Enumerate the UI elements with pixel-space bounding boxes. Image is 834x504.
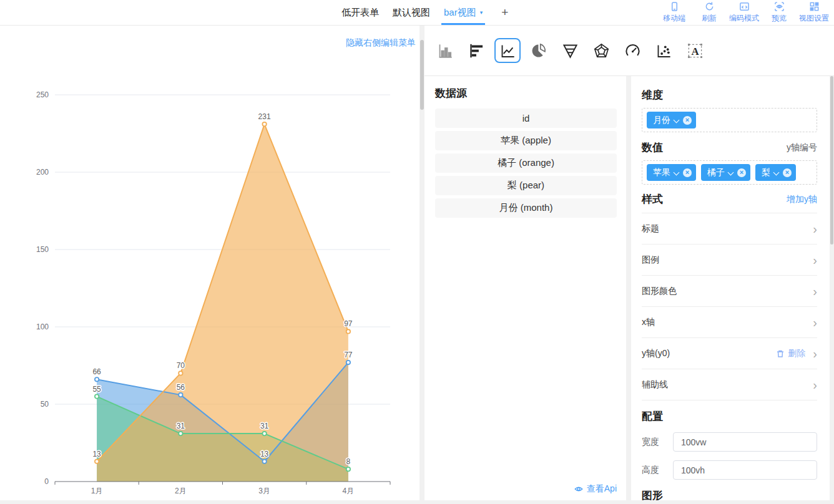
width-row: 宽度 <box>642 432 817 452</box>
chevron-right-icon: › <box>813 316 817 329</box>
gauge-chart-icon <box>624 42 641 59</box>
caret-down-icon[interactable] <box>774 169 779 174</box>
add-view-button[interactable]: + <box>501 0 508 25</box>
svg-text:31: 31 <box>177 422 185 430</box>
chart-preview-panel: 隐藏右侧编辑菜单 0501001502002501月2月3月4月66561377… <box>0 26 419 503</box>
preview-icon <box>774 1 785 12</box>
data-source-title: 数据源 <box>435 86 617 100</box>
svg-text:77: 77 <box>344 351 353 359</box>
chart-type-gauge[interactable] <box>619 38 645 63</box>
config-panel: 维度 月份 × 数值 y轴编号 苹果 × <box>631 76 830 503</box>
svg-text:0: 0 <box>44 477 49 486</box>
chevron-right-icon: › <box>813 285 817 298</box>
style-title: 样式 <box>642 192 663 206</box>
view-settings-button[interactable]: 视图设置 <box>797 1 832 24</box>
svg-text:A: A <box>691 45 699 57</box>
chart-type-pie[interactable] <box>526 38 552 63</box>
field-item-month[interactable]: 月份 (month) <box>435 198 617 218</box>
chevron-right-icon: › <box>813 347 817 360</box>
editor-panels: 数据源 id 苹果 (apple) 橘子 (orange) 梨 (pear) 月… <box>424 76 834 503</box>
style-row-title[interactable]: 标题 › <box>642 213 817 245</box>
dimension-dropzone[interactable]: 月份 × <box>642 108 817 132</box>
horizontal-scrollbar[interactable] <box>0 500 834 504</box>
tab-label: 默认视图 <box>393 7 430 19</box>
value-tag-orange[interactable]: 橘子 × <box>701 164 750 181</box>
field-item-pear[interactable]: 梨 (pear) <box>435 176 617 195</box>
chart-type-horizontal-bar[interactable] <box>463 38 489 63</box>
tab-default-view[interactable]: 默认视图 <box>391 0 431 25</box>
refresh-button[interactable]: 刷新 <box>692 1 727 24</box>
config-title: 配置 <box>642 409 817 424</box>
mobile-icon <box>669 1 680 12</box>
caret-down-icon[interactable] <box>674 169 679 174</box>
data-panel-scrollbar[interactable] <box>626 76 631 503</box>
view-tabs: 低开表单 默认视图 bar视图 ▾ + <box>340 0 508 25</box>
text-chart-icon: A <box>687 42 704 59</box>
chart-type-line[interactable] <box>494 38 521 63</box>
value-tag-pear[interactable]: 梨 × <box>755 164 796 181</box>
svg-text:8: 8 <box>346 457 351 466</box>
svg-text:150: 150 <box>36 245 49 254</box>
chart-type-text[interactable]: A <box>682 38 708 63</box>
svg-text:250: 250 <box>36 90 49 99</box>
svg-text:70: 70 <box>177 361 185 370</box>
dimension-title: 维度 <box>642 88 663 102</box>
style-row-x-axis[interactable]: x轴 › <box>642 307 817 338</box>
eye-icon <box>574 484 584 494</box>
svg-text:1月: 1月 <box>91 487 103 495</box>
svg-text:56: 56 <box>177 383 185 392</box>
preview-button[interactable]: 预览 <box>762 1 797 24</box>
style-row-guideline[interactable]: 辅助线 › <box>642 369 817 400</box>
style-row-colors[interactable]: 图形颜色 › <box>642 276 817 307</box>
config-panel-scrollbar[interactable] <box>830 76 834 503</box>
svg-text:4月: 4月 <box>343 487 355 495</box>
chart-type-toolbar: A <box>424 26 834 76</box>
y-axis-number-label: y轴编号 <box>787 142 817 153</box>
chart-panel-scrollbar[interactable] <box>419 26 424 503</box>
remove-tag-icon[interactable]: × <box>783 168 792 177</box>
chart-type-radar[interactable] <box>588 38 614 63</box>
delete-y-axis-button[interactable]: 删除 <box>776 348 805 359</box>
value-title: 数值 <box>642 140 663 155</box>
svg-text:55: 55 <box>92 385 101 394</box>
mobile-button[interactable]: 移动端 <box>657 1 692 24</box>
remove-tag-icon[interactable]: × <box>683 116 692 125</box>
view-settings-icon <box>809 1 820 12</box>
add-y-axis-link[interactable]: 增加y轴 <box>787 194 817 205</box>
remove-tag-icon[interactable]: × <box>737 168 746 177</box>
height-input[interactable] <box>673 460 817 480</box>
style-list: 标题 › 图例 › 图形颜色 › x轴 › <box>642 213 817 400</box>
view-api-link[interactable]: 查看Api <box>435 483 617 495</box>
top-actions: 移动端 刷新 编码模式 预览 视图设置 <box>657 0 834 25</box>
style-row-y-axis[interactable]: y轴(y0) 删除 › <box>642 338 817 369</box>
scrollbar-thumb[interactable] <box>830 76 833 245</box>
svg-text:100: 100 <box>36 322 49 331</box>
height-row: 高度 <box>642 460 817 480</box>
value-tag-apple[interactable]: 苹果 × <box>647 164 696 181</box>
chart-type-funnel[interactable] <box>557 38 583 63</box>
field-item-apple[interactable]: 苹果 (apple) <box>435 131 617 150</box>
field-list: id 苹果 (apple) 橘子 (orange) 梨 (pear) 月份 (m… <box>435 109 617 218</box>
scrollbar-thumb[interactable] <box>420 40 424 110</box>
chart-type-bar[interactable] <box>432 38 458 63</box>
dimension-tag-month[interactable]: 月份 × <box>647 112 696 128</box>
remove-tag-icon[interactable]: × <box>683 168 692 177</box>
funnel-chart-icon <box>562 42 579 59</box>
field-item-orange[interactable]: 橘子 (orange) <box>435 153 617 173</box>
value-dropzone[interactable]: 苹果 × 橘子 × 梨 × <box>642 160 817 185</box>
height-label: 高度 <box>642 465 668 476</box>
chart-type-scatter[interactable] <box>650 38 677 63</box>
caret-down-icon[interactable] <box>729 169 733 174</box>
area-line-chart: 0501001502002501月2月3月4月66561377553131813… <box>0 26 419 503</box>
caret-down-icon[interactable] <box>674 117 679 122</box>
radar-chart-icon <box>593 42 610 59</box>
svg-text:231: 231 <box>258 112 271 121</box>
tab-label: 低开表单 <box>341 7 379 19</box>
field-item-id[interactable]: id <box>435 109 617 128</box>
tab-low-code-form[interactable]: 低开表单 <box>340 0 380 25</box>
style-row-legend[interactable]: 图例 › <box>642 245 817 276</box>
code-mode-button[interactable]: 编码模式 <box>727 1 762 24</box>
chevron-right-icon: › <box>813 254 817 266</box>
tab-bar-view[interactable]: bar视图 ▾ <box>443 0 484 25</box>
width-input[interactable] <box>673 432 817 452</box>
